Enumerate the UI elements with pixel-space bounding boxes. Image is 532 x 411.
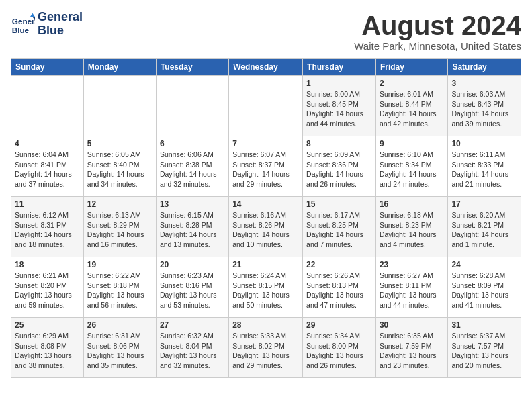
day-info: Sunrise: 6:10 AM Sunset: 8:34 PM Dayligh… — [380, 150, 444, 189]
week-row-5: 25Sunrise: 6:29 AM Sunset: 8:08 PM Dayli… — [11, 318, 521, 378]
day-cell — [156, 76, 228, 136]
day-cell: 4Sunrise: 6:04 AM Sunset: 8:41 PM Daylig… — [11, 136, 84, 197]
day-number: 22 — [306, 260, 372, 269]
day-number: 28 — [232, 320, 299, 330]
day-info: Sunrise: 6:34 AM Sunset: 8:00 PM Dayligh… — [306, 331, 372, 371]
day-number: 7 — [232, 139, 299, 148]
day-info: Sunrise: 6:01 AM Sunset: 8:44 PM Dayligh… — [380, 89, 444, 129]
day-info: Sunrise: 6:24 AM Sunset: 8:15 PM Dayligh… — [232, 271, 299, 310]
day-info: Sunrise: 6:11 AM Sunset: 8:33 PM Dayligh… — [451, 150, 517, 189]
day-number: 3 — [451, 79, 517, 88]
day-number: 11 — [15, 199, 80, 209]
day-info: Sunrise: 6:20 AM Sunset: 8:21 PM Dayligh… — [451, 210, 517, 250]
day-info: Sunrise: 6:13 AM Sunset: 8:29 PM Dayligh… — [87, 210, 152, 250]
day-number: 10 — [451, 139, 517, 148]
col-header-tuesday: Tuesday — [156, 59, 228, 76]
day-info: Sunrise: 6:28 AM Sunset: 8:09 PM Dayligh… — [451, 271, 517, 310]
day-number: 9 — [380, 139, 444, 148]
day-info: Sunrise: 6:31 AM Sunset: 8:06 PM Dayligh… — [87, 331, 152, 371]
logo: General Blue General Blue — [11, 11, 83, 38]
day-number: 15 — [306, 199, 372, 209]
day-info: Sunrise: 6:22 AM Sunset: 8:18 PM Dayligh… — [87, 271, 152, 310]
day-info: Sunrise: 6:33 AM Sunset: 8:02 PM Dayligh… — [232, 331, 299, 371]
day-cell: 12Sunrise: 6:13 AM Sunset: 8:29 PM Dayli… — [83, 197, 156, 257]
col-header-saturday: Saturday — [448, 59, 521, 76]
day-cell: 11Sunrise: 6:12 AM Sunset: 8:31 PM Dayli… — [11, 197, 84, 257]
col-header-friday: Friday — [375, 59, 447, 76]
day-number: 13 — [160, 199, 225, 209]
calendar-table: SundayMondayTuesdayWednesdayThursdayFrid… — [11, 58, 521, 378]
week-row-3: 11Sunrise: 6:12 AM Sunset: 8:31 PM Dayli… — [11, 197, 521, 257]
week-row-2: 4Sunrise: 6:04 AM Sunset: 8:41 PM Daylig… — [11, 136, 521, 197]
day-info: Sunrise: 6:04 AM Sunset: 8:41 PM Dayligh… — [15, 150, 80, 189]
day-cell: 28Sunrise: 6:33 AM Sunset: 8:02 PM Dayli… — [229, 318, 303, 378]
day-info: Sunrise: 6:06 AM Sunset: 8:38 PM Dayligh… — [160, 150, 225, 189]
day-number: 17 — [451, 199, 517, 209]
day-cell: 6Sunrise: 6:06 AM Sunset: 8:38 PM Daylig… — [156, 136, 228, 197]
day-number: 8 — [306, 139, 372, 148]
day-number: 23 — [380, 260, 444, 269]
week-row-4: 18Sunrise: 6:21 AM Sunset: 8:20 PM Dayli… — [11, 257, 521, 318]
day-number: 18 — [15, 260, 80, 269]
header-row: SundayMondayTuesdayWednesdayThursdayFrid… — [11, 59, 521, 76]
day-info: Sunrise: 6:07 AM Sunset: 8:37 PM Dayligh… — [232, 150, 299, 189]
day-cell: 29Sunrise: 6:34 AM Sunset: 8:00 PM Dayli… — [303, 318, 376, 378]
svg-text:General: General — [12, 17, 35, 26]
day-number: 29 — [306, 320, 372, 330]
day-cell: 15Sunrise: 6:17 AM Sunset: 8:25 PM Dayli… — [303, 197, 376, 257]
day-cell: 21Sunrise: 6:24 AM Sunset: 8:15 PM Dayli… — [229, 257, 303, 318]
day-number: 27 — [160, 320, 225, 330]
day-cell: 9Sunrise: 6:10 AM Sunset: 8:34 PM Daylig… — [375, 136, 447, 197]
day-cell: 13Sunrise: 6:15 AM Sunset: 8:28 PM Dayli… — [156, 197, 228, 257]
day-number: 19 — [87, 260, 152, 269]
logo-icon: General Blue — [11, 12, 35, 36]
day-number: 16 — [380, 199, 444, 209]
day-info: Sunrise: 6:21 AM Sunset: 8:20 PM Dayligh… — [15, 271, 80, 310]
day-info: Sunrise: 6:15 AM Sunset: 8:28 PM Dayligh… — [160, 210, 225, 250]
day-cell: 10Sunrise: 6:11 AM Sunset: 8:33 PM Dayli… — [448, 136, 521, 197]
day-info: Sunrise: 6:16 AM Sunset: 8:26 PM Dayligh… — [232, 210, 299, 250]
month-title: August 2024 — [354, 11, 521, 40]
day-cell: 14Sunrise: 6:16 AM Sunset: 8:26 PM Dayli… — [229, 197, 303, 257]
day-number: 5 — [87, 139, 152, 148]
day-number: 24 — [451, 260, 517, 269]
day-number: 30 — [380, 320, 444, 330]
day-cell: 22Sunrise: 6:26 AM Sunset: 8:13 PM Dayli… — [303, 257, 376, 318]
title-block: August 2024 Waite Park, Minnesota, Unite… — [354, 11, 521, 52]
day-number: 2 — [380, 79, 444, 88]
day-cell: 19Sunrise: 6:22 AM Sunset: 8:18 PM Dayli… — [83, 257, 156, 318]
svg-marker-2 — [30, 13, 35, 17]
col-header-sunday: Sunday — [11, 59, 84, 76]
location: Waite Park, Minnesota, United States — [354, 40, 521, 52]
day-info: Sunrise: 6:18 AM Sunset: 8:23 PM Dayligh… — [380, 210, 444, 250]
day-cell: 31Sunrise: 6:37 AM Sunset: 7:57 PM Dayli… — [448, 318, 521, 378]
page-header: General Blue General Blue August 2024 Wa… — [11, 11, 521, 52]
day-cell: 18Sunrise: 6:21 AM Sunset: 8:20 PM Dayli… — [11, 257, 84, 318]
day-cell: 8Sunrise: 6:09 AM Sunset: 8:36 PM Daylig… — [303, 136, 376, 197]
day-info: Sunrise: 6:17 AM Sunset: 8:25 PM Dayligh… — [306, 210, 372, 250]
day-info: Sunrise: 6:23 AM Sunset: 8:16 PM Dayligh… — [160, 271, 225, 310]
day-info: Sunrise: 6:26 AM Sunset: 8:13 PM Dayligh… — [306, 271, 372, 310]
day-cell: 25Sunrise: 6:29 AM Sunset: 8:08 PM Dayli… — [11, 318, 84, 378]
logo-text-line2: Blue — [38, 24, 83, 38]
col-header-monday: Monday — [83, 59, 156, 76]
day-info: Sunrise: 6:32 AM Sunset: 8:04 PM Dayligh… — [160, 331, 225, 371]
day-info: Sunrise: 6:37 AM Sunset: 7:57 PM Dayligh… — [451, 331, 517, 371]
week-row-1: 1Sunrise: 6:00 AM Sunset: 8:45 PM Daylig… — [11, 76, 521, 136]
day-cell: 5Sunrise: 6:05 AM Sunset: 8:40 PM Daylig… — [83, 136, 156, 197]
day-info: Sunrise: 6:03 AM Sunset: 8:43 PM Dayligh… — [451, 89, 517, 129]
day-number: 4 — [15, 139, 80, 148]
day-number: 26 — [87, 320, 152, 330]
day-info: Sunrise: 6:12 AM Sunset: 8:31 PM Dayligh… — [15, 210, 80, 250]
day-info: Sunrise: 6:27 AM Sunset: 8:11 PM Dayligh… — [380, 271, 444, 310]
day-number: 20 — [160, 260, 225, 269]
logo-text-line1: General — [38, 11, 83, 24]
day-cell: 17Sunrise: 6:20 AM Sunset: 8:21 PM Dayli… — [448, 197, 521, 257]
day-info: Sunrise: 6:00 AM Sunset: 8:45 PM Dayligh… — [306, 89, 372, 129]
day-number: 1 — [306, 79, 372, 88]
day-cell: 20Sunrise: 6:23 AM Sunset: 8:16 PM Dayli… — [156, 257, 228, 318]
col-header-thursday: Thursday — [303, 59, 376, 76]
day-number: 31 — [451, 320, 517, 330]
day-cell: 26Sunrise: 6:31 AM Sunset: 8:06 PM Dayli… — [83, 318, 156, 378]
day-number: 6 — [160, 139, 225, 148]
